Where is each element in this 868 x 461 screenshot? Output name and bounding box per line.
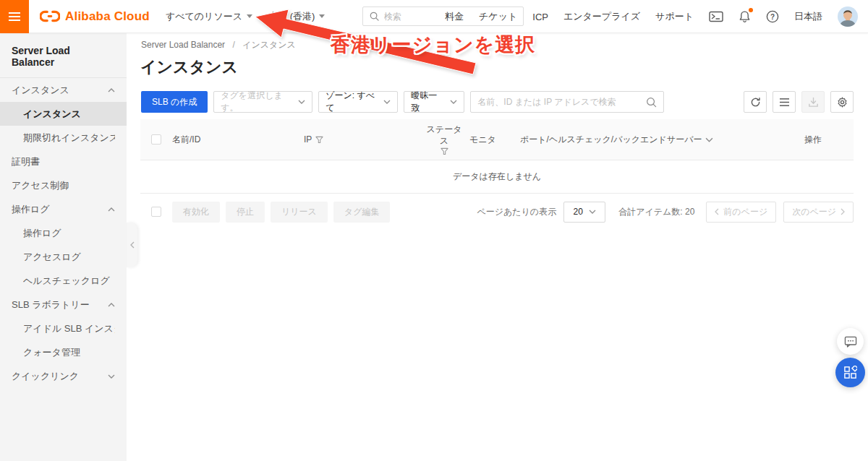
- instance-search-input[interactable]: [477, 97, 646, 107]
- topbar-link-enterprise[interactable]: エンタープライズ: [563, 10, 640, 23]
- create-slb-button[interactable]: SLB の作成: [141, 91, 208, 113]
- column-header-monitor: モニタ: [465, 134, 520, 146]
- all-resources-label: すべてのリソース: [166, 10, 242, 23]
- language-selector[interactable]: 日本語: [794, 10, 822, 23]
- sidebar-item-idle-slb-instances[interactable]: アイドル SLB インスタンス: [0, 316, 127, 340]
- page-size-label: ページあたりの表示: [477, 206, 556, 218]
- topbar-link-billing[interactable]: 料金: [445, 10, 464, 23]
- console-terminal-icon[interactable]: [709, 11, 723, 22]
- next-page-label: 次のページ: [792, 206, 836, 218]
- alibaba-cloud-logo[interactable]: Alibaba Cloud: [40, 9, 150, 24]
- chevron-down-icon: [108, 374, 115, 379]
- sidebar-group-quick-links[interactable]: クイックリンク: [0, 364, 127, 388]
- sidebar-group-label: インスタンス: [12, 84, 108, 97]
- hamburger-icon: [9, 10, 20, 23]
- activate-button: 有効化: [172, 202, 220, 223]
- tag-filter-select[interactable]: タグを選択します。: [213, 91, 312, 113]
- sidebar-item-label: クォータ管理: [23, 346, 115, 359]
- sidebar-collapse-handle[interactable]: [127, 223, 137, 267]
- sidebar-item-access-control[interactable]: アクセス制御: [0, 173, 127, 197]
- chevron-up-icon: [108, 207, 115, 212]
- sidebar-item-health-check-log[interactable]: ヘルスチェックログ: [0, 269, 127, 293]
- breadcrumb-separator: /: [232, 40, 234, 50]
- topbar-link-support[interactable]: サポート: [655, 10, 694, 23]
- tag-filter-placeholder: タグを選択します。: [221, 90, 292, 114]
- next-page-button: 次のページ: [783, 202, 854, 223]
- footer-select-all-checkbox[interactable]: [151, 207, 161, 217]
- match-mode-select[interactable]: 曖昧一致: [404, 91, 464, 113]
- topbar-link-tickets[interactable]: チケット: [479, 10, 517, 23]
- column-label: 名前/ID: [172, 134, 200, 146]
- table-header-row: 名前/ID IP ステータス モニタ ポート/ヘルスチェック/バックエンドサーバ…: [140, 119, 854, 160]
- chevron-up-icon: [108, 303, 115, 307]
- breadcrumb-item-slb[interactable]: Server Load Balancer: [141, 40, 225, 50]
- user-avatar[interactable]: [838, 7, 858, 27]
- chevron-down-icon: [450, 100, 457, 104]
- sidebar-item-access-log[interactable]: アクセスログ: [0, 245, 127, 269]
- sidebar-title: Server Load Balancer: [0, 33, 127, 77]
- sidebar-item-label: 操作ログ: [23, 227, 115, 240]
- hamburger-menu-button[interactable]: [0, 0, 29, 33]
- sidebar-item-operation-log[interactable]: 操作ログ: [0, 221, 127, 245]
- sidebar-item-label: 証明書: [12, 155, 115, 168]
- sidebar-item-label: アクセスログ: [23, 251, 115, 264]
- sidebar-item-quota-management[interactable]: クォータ管理: [0, 340, 127, 364]
- column-header-status[interactable]: ステータス: [423, 124, 465, 155]
- settings-gear-button[interactable]: [830, 91, 854, 113]
- sidebar-item-label: アイドル SLB インスタンス: [23, 322, 115, 335]
- all-resources-dropdown[interactable]: すべてのリソース: [166, 10, 252, 23]
- filter-funnel-icon[interactable]: [441, 147, 448, 155]
- sidebar-item-certificates[interactable]: 証明書: [0, 150, 127, 173]
- sidebar-group-operation-logs[interactable]: 操作ログ: [0, 197, 127, 221]
- toolbar: SLB の作成 タグを選択します。 ゾーン: すべて 曖昧一致: [141, 91, 854, 113]
- search-icon: [646, 97, 657, 108]
- sidebar-item-label: ヘルスチェックログ: [23, 275, 115, 288]
- column-label: 操作: [804, 134, 822, 146]
- alibaba-cloud-logo-icon: [40, 9, 60, 23]
- help-icon[interactable]: ?: [766, 10, 779, 23]
- sidebar-item-instances[interactable]: インスタンス: [0, 102, 127, 126]
- svg-text:?: ?: [770, 13, 775, 21]
- notifications-bell-icon[interactable]: [739, 10, 751, 23]
- sidebar-item-label: インスタンス: [23, 108, 115, 121]
- apps-grid-button[interactable]: [835, 358, 865, 387]
- zone-filter-value: ゾーン: すべて: [326, 90, 378, 114]
- sidebar-item-expired-instances[interactable]: 期限切れインスタンス: [0, 126, 127, 150]
- logo-text: Alibaba Cloud: [65, 9, 150, 24]
- sidebar: Server Load Balancer インスタンス インスタンス 期限切れイ…: [0, 33, 127, 461]
- sidebar-group-instances[interactable]: インスタンス: [0, 78, 127, 102]
- breadcrumb-item-instances: インスタンス: [242, 40, 296, 50]
- search-icon: [370, 12, 379, 21]
- column-header-ip[interactable]: IP: [304, 134, 423, 145]
- sidebar-item-label: 期限切れインスタンス: [23, 132, 115, 145]
- chevron-down-icon: [383, 100, 391, 104]
- column-label: IP: [304, 134, 312, 145]
- table-footer: 有効化 停止 リリース タグ編集 ページあたりの表示 20 合計アイテム数: 2…: [140, 194, 854, 229]
- sidebar-group-label: SLB ラボラトリー: [12, 298, 108, 311]
- custom-list-button[interactable]: [773, 91, 796, 113]
- table-empty-state: データは存在しません: [140, 160, 854, 194]
- prev-page-button: 前のページ: [706, 202, 776, 223]
- zone-filter-select[interactable]: ゾーン: すべて: [318, 91, 398, 113]
- refresh-button[interactable]: [744, 91, 767, 113]
- column-header-port-healthcheck-backend[interactable]: ポート/ヘルスチェック/バックエンドサーバー: [520, 134, 773, 146]
- topbar-link-icp[interactable]: ICP: [532, 12, 548, 22]
- chevron-down-icon: [298, 100, 305, 104]
- feedback-chat-button[interactable]: [837, 328, 864, 355]
- column-header-actions: 操作: [773, 134, 854, 146]
- breadcrumb: Server Load Balancer / インスタンス: [141, 39, 296, 51]
- select-all-checkbox[interactable]: [151, 134, 161, 145]
- region-dropdown[interactable]: 中国 (香港): [268, 10, 325, 23]
- sidebar-group-slb-laboratory[interactable]: SLB ラボラトリー: [0, 293, 127, 316]
- column-label: ステータス: [423, 124, 465, 147]
- prev-page-label: 前のページ: [723, 206, 767, 218]
- release-button: リリース: [271, 202, 328, 223]
- chevron-down-icon: [705, 137, 713, 142]
- page-size-select[interactable]: 20: [563, 202, 605, 223]
- column-label: モニタ: [469, 134, 496, 146]
- instance-search-box[interactable]: [470, 91, 664, 113]
- column-header-name-id[interactable]: 名前/ID: [172, 134, 304, 146]
- top-bar: Alibaba Cloud すべてのリソース 中国 (香港) 料金 チケット I…: [0, 0, 868, 33]
- filter-funnel-icon[interactable]: [315, 136, 323, 144]
- total-items-label: 合計アイテム数:: [618, 207, 682, 217]
